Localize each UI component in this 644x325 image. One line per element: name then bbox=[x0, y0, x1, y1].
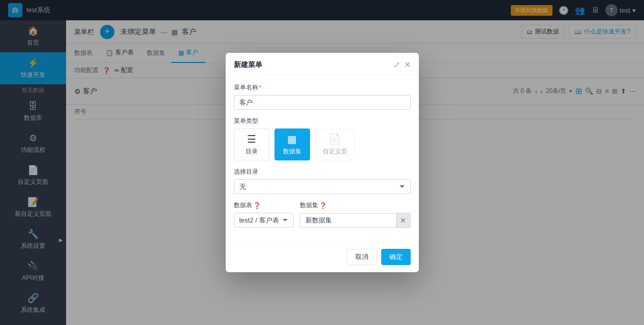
dataset-clear-button[interactable]: ✕ bbox=[396, 213, 411, 228]
modal-header: 新建菜单 ⤢ ✕ bbox=[226, 53, 419, 75]
modal-body: 菜单名称 * 菜单类型 ☰ 目录 ▦ 数据集 bbox=[226, 75, 419, 243]
form-group-select-dir: 选择目录 无 bbox=[234, 168, 411, 194]
data-table-help-icon[interactable]: ❓ bbox=[253, 202, 261, 209]
form-group-name: 菜单名称 * bbox=[234, 83, 411, 110]
directory-icon: ☰ bbox=[241, 133, 262, 145]
data-table-dropdown[interactable]: test2 / 客户表 bbox=[234, 213, 294, 228]
type-option-custom-page[interactable]: 📄 自定义页 bbox=[315, 128, 355, 160]
type-option-label: 自定义页 bbox=[323, 148, 347, 155]
expand-icon[interactable]: ⤢ bbox=[393, 60, 400, 70]
select-dir-label-text: 选择目录 bbox=[234, 168, 258, 176]
two-col-fields: 数据表 ❓ test2 / 客户表 数据集 ❓ ✕ bbox=[234, 201, 411, 235]
data-table-label-text: 数据表 bbox=[234, 201, 252, 210]
type-option-label: 目录 bbox=[246, 148, 258, 155]
form-label-type: 菜单类型 bbox=[234, 117, 411, 125]
form-group-type: 菜单类型 ☰ 目录 ▦ 数据集 📄 自定义页 bbox=[234, 117, 411, 160]
modal-footer: 取消 确定 bbox=[226, 243, 419, 272]
form-label-select-dir: 选择目录 bbox=[234, 168, 411, 176]
select-dir-dropdown[interactable]: 无 bbox=[234, 179, 411, 194]
menu-type-options: ☰ 目录 ▦ 数据集 📄 自定义页 bbox=[234, 128, 411, 160]
cancel-button[interactable]: 取消 bbox=[347, 249, 377, 265]
dataset-input[interactable] bbox=[300, 213, 396, 228]
form-label-dataset: 数据集 ❓ bbox=[300, 201, 411, 210]
form-label-data-table: 数据表 ❓ bbox=[234, 201, 294, 210]
required-indicator: * bbox=[259, 84, 262, 91]
type-option-dataset[interactable]: ▦ 数据集 bbox=[274, 128, 310, 160]
dataset-field: ✕ bbox=[300, 213, 411, 228]
modal-title: 新建菜单 bbox=[234, 60, 262, 70]
type-option-label: 数据集 bbox=[283, 148, 301, 155]
custom-page-type-icon: 📄 bbox=[323, 133, 347, 145]
form-group-data-table: 数据表 ❓ test2 / 客户表 bbox=[234, 201, 294, 228]
type-label-text: 菜单类型 bbox=[234, 117, 258, 125]
form-group-dataset: 数据集 ❓ ✕ bbox=[300, 201, 411, 228]
dataset-type-icon: ▦ bbox=[282, 133, 302, 145]
dataset-label-text: 数据集 bbox=[300, 201, 318, 210]
modal-header-actions: ⤢ ✕ bbox=[393, 60, 411, 70]
menu-name-input[interactable] bbox=[234, 95, 411, 110]
type-option-directory[interactable]: ☰ 目录 bbox=[234, 128, 269, 160]
confirm-button[interactable]: 确定 bbox=[381, 249, 411, 265]
new-menu-modal: 新建菜单 ⤢ ✕ 菜单名称 * 菜单类型 bbox=[226, 53, 419, 272]
modal-overlay: 新建菜单 ⤢ ✕ 菜单名称 * 菜单类型 bbox=[0, 0, 644, 325]
name-label-text: 菜单名称 bbox=[234, 83, 258, 92]
close-icon[interactable]: ✕ bbox=[404, 60, 411, 70]
form-label-name: 菜单名称 * bbox=[234, 83, 411, 92]
dataset-help-icon[interactable]: ❓ bbox=[319, 202, 327, 209]
